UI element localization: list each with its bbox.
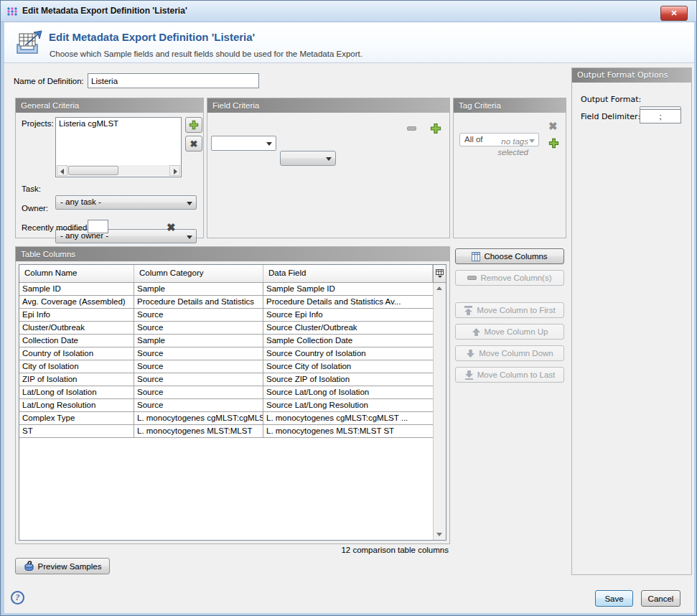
table-row[interactable]: Avg. Coverage (Assembled)Procedure Detai…: [19, 296, 433, 309]
table-cell: City of Isolation: [19, 360, 134, 373]
tag-criteria-panel: Tag Criteria All of ✖ no tags selected: [453, 98, 566, 238]
table-row[interactable]: Complex TypeL. monocytogenes cgMLST:cgML…: [19, 412, 433, 425]
add-tag-icon[interactable]: [548, 138, 559, 149]
table-cell: ST: [19, 425, 134, 437]
table-cell: Cluster/Outbreak: [19, 322, 134, 334]
remove-criterion-icon: [407, 126, 416, 131]
table-cell: ZIP of Isolation: [19, 373, 134, 386]
column-chooser-button[interactable]: [433, 265, 446, 282]
table-cell: Source Country of Isolation: [263, 347, 433, 360]
move-column-down-label: Move Column Down: [479, 349, 553, 358]
close-button[interactable]: ✕: [660, 6, 688, 21]
table-cell: Sample ID: [19, 283, 134, 295]
choose-columns-label: Choose Columns: [484, 252, 547, 261]
table-row[interactable]: Country of IsolationSourceSource Country…: [19, 347, 433, 360]
add-project-button[interactable]: [185, 117, 202, 133]
table-columns-title: Table Columns: [16, 247, 449, 261]
scroll-up-icon[interactable]: [434, 283, 445, 294]
recently-modified-input[interactable]: [88, 220, 108, 233]
table-cell: Sample: [134, 283, 263, 295]
table-cell: Source Lat/Long Resolution: [263, 399, 433, 411]
clear-recently-modified-icon[interactable]: ✖: [167, 222, 176, 233]
definition-name-input[interactable]: [88, 73, 259, 88]
scrollbar-thumb[interactable]: [68, 166, 118, 175]
output-format-label: Output Format:: [581, 95, 641, 104]
operator-dropdown[interactable]: [280, 151, 336, 166]
table-cell: L. monocytogenes MLST:MLST: [134, 425, 263, 437]
help-icon[interactable]: ?: [11, 591, 24, 605]
remove-project-button[interactable]: ✖: [185, 136, 202, 151]
table-vertical-scrollbar[interactable]: [433, 283, 446, 540]
table-row[interactable]: Collection DateSampleSample Collection D…: [19, 335, 433, 347]
table-row[interactable]: ZIP of IsolationSourceSource ZIP of Isol…: [19, 373, 433, 386]
table-cell: Source: [134, 309, 263, 321]
column-header-name[interactable]: Column Name: [19, 265, 134, 282]
table-cell: Source: [134, 347, 263, 360]
tag-mode-value: All of: [464, 135, 483, 144]
table-cell: Avg. Coverage (Assembled): [19, 296, 134, 308]
move-column-down-button[interactable]: Move Column Down: [455, 345, 564, 361]
column-header-datafield[interactable]: Data Field: [263, 265, 433, 282]
delete-icon: ✖: [190, 139, 198, 149]
task-value: - any task -: [60, 197, 101, 206]
table-row[interactable]: Lat/Long of IsolationSourceSource Lat/Lo…: [19, 386, 433, 399]
table-row[interactable]: Cluster/OutbreakSourceSource Cluster/Out…: [19, 322, 433, 335]
task-dropdown[interactable]: - any task -: [55, 195, 197, 210]
projects-horizontal-scrollbar[interactable]: [57, 165, 180, 176]
cancel-button[interactable]: Cancel: [641, 590, 680, 607]
remove-columns-button[interactable]: Remove Column(s): [455, 270, 564, 286]
page-title: Edit Metadata Export Definition 'Listeri…: [49, 31, 255, 43]
preview-samples-button[interactable]: Preview Samples: [15, 558, 110, 574]
table-cell: Source Epi Info: [263, 309, 433, 321]
save-label: Save: [604, 594, 623, 603]
general-criteria-title: General Criteria: [16, 98, 203, 113]
minus-icon: [467, 276, 477, 280]
scroll-right-icon[interactable]: [169, 165, 180, 176]
table-row[interactable]: City of IsolationSourceSource City of Is…: [19, 360, 433, 373]
move-column-last-label: Move Column to Last: [477, 370, 556, 379]
table-cell: Sample Collection Date: [263, 335, 433, 347]
table-cell: Lat/Long of Isolation: [19, 386, 134, 398]
move-column-first-label: Move Column to First: [477, 306, 555, 314]
field-criteria-title: Field Criteria: [207, 98, 449, 113]
table-cell: Complex Type: [19, 412, 134, 424]
table-cell: Procedure Details and Statistics: [134, 296, 263, 308]
project-item[interactable]: Listeria cgMLST: [56, 118, 181, 129]
table-cell: Epi Info: [19, 309, 134, 321]
remove-columns-label: Remove Column(s): [480, 274, 551, 282]
choose-columns-button[interactable]: Choose Columns: [455, 248, 564, 264]
task-label: Task:: [22, 185, 41, 193]
app-icon: [6, 6, 18, 17]
table-row[interactable]: STL. monocytogenes MLST:MLSTL. monocytog…: [19, 425, 433, 438]
table-row[interactable]: Sample IDSampleSample Sample ID: [19, 283, 433, 296]
column-header-category[interactable]: Column Category: [134, 265, 263, 282]
table-columns-panel: Table Columns Column Name Column Categor…: [15, 246, 450, 544]
table-header-row: Column Name Column Category Data Field: [19, 265, 446, 283]
add-criterion-icon[interactable]: [430, 123, 441, 134]
move-column-first-button[interactable]: Move Column to First: [455, 302, 564, 318]
scroll-down-icon[interactable]: [434, 529, 445, 540]
table-row[interactable]: Epi InfoSourceSource Epi Info: [19, 309, 433, 322]
projects-list-items: Listeria cgMLST: [56, 118, 181, 129]
table-cell: Source Cluster/Outbreak: [263, 322, 433, 334]
field-dropdown[interactable]: [211, 136, 276, 151]
clear-tags-icon[interactable]: ✖: [548, 121, 558, 131]
title-bar[interactable]: Edit Metadata Export Definition 'Listeri…: [1, 1, 696, 22]
field-delimiter-input[interactable]: [640, 109, 681, 123]
projects-label: Projects:: [22, 119, 54, 128]
table-body[interactable]: Sample IDSampleSample Sample IDAvg. Cove…: [19, 283, 433, 540]
table-cell: Source: [134, 399, 263, 411]
field-criteria-panel: Field Criteria: [207, 98, 450, 238]
output-format-title: Output Format Options: [572, 68, 691, 83]
table-row[interactable]: Lat/Long ResolutionSourceSource Lat/Long…: [19, 399, 433, 412]
projects-list[interactable]: Listeria cgMLST: [55, 117, 182, 177]
scroll-left-icon[interactable]: [57, 165, 67, 176]
move-column-up-button[interactable]: Move Column Up: [455, 324, 564, 340]
no-tags-text: no tags selected: [482, 136, 528, 158]
table-cell: Source ZIP of Isolation: [263, 373, 433, 386]
save-button[interactable]: Save: [595, 590, 633, 607]
move-column-last-button[interactable]: Move Column to Last: [455, 367, 564, 383]
table-cell: Collection Date: [19, 335, 134, 347]
preview-samples-label: Preview Samples: [38, 562, 102, 571]
cancel-label: Cancel: [648, 594, 674, 603]
